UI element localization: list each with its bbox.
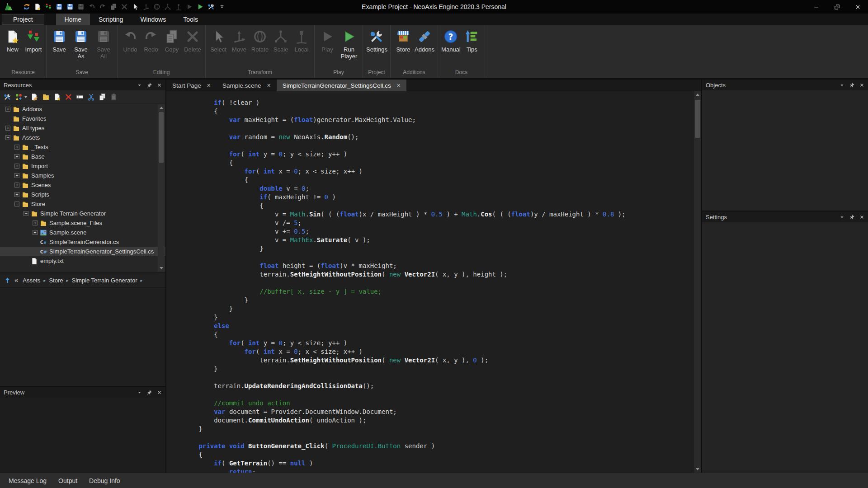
expand-icon[interactable]: +: [14, 173, 19, 178]
status-tab-output[interactable]: Output: [54, 477, 82, 484]
ribbon-button-store[interactable]: Store: [393, 28, 414, 53]
close-icon[interactable]: [156, 389, 162, 395]
ribbon-button-run-player[interactable]: Run Player: [338, 28, 360, 60]
chevron-down-icon[interactable]: [137, 389, 142, 395]
editor-scrollbar[interactable]: [694, 91, 701, 473]
maximize-button[interactable]: [826, 0, 847, 14]
resources-toolbar-edit-doc-icon[interactable]: [31, 93, 38, 101]
pin-icon[interactable]: [849, 214, 855, 220]
ribbon-button-tips[interactable]: Tips: [462, 28, 482, 53]
ribbon-button-local[interactable]: Local: [291, 28, 312, 53]
tree-item-store[interactable]: −Store: [0, 199, 165, 209]
ribbon-button-import[interactable]: Import: [23, 28, 44, 53]
quick-rotate-icon[interactable]: [152, 1, 161, 12]
expand-icon[interactable]: +: [33, 221, 38, 225]
quick-new-file-icon[interactable]: [33, 1, 42, 12]
scrollbar-thumb[interactable]: [695, 100, 700, 138]
tree-item-sample-scene[interactable]: +Sample.scene: [0, 228, 165, 237]
tree-item-tests[interactable]: +_Tests: [0, 142, 165, 152]
resources-toolbar-new-file-icon[interactable]: [53, 93, 61, 101]
quick-local-icon[interactable]: [174, 1, 183, 12]
quick-toolbar-overflow-icon[interactable]: [217, 1, 226, 12]
quick-move-icon[interactable]: [141, 1, 151, 12]
close-icon[interactable]: [859, 214, 865, 220]
ribbon-button-rotate[interactable]: Rotate: [250, 28, 270, 53]
tree-item-simpleterraingenerator-cs[interactable]: C#SimpleTerrainGenerator.cs: [0, 237, 165, 247]
up-arrow-icon[interactable]: [4, 277, 11, 284]
close-tab-icon[interactable]: ×: [397, 82, 401, 89]
quick-settings-icon[interactable]: [206, 1, 216, 12]
quick-import-icon[interactable]: [43, 1, 53, 12]
quick-save-as-icon[interactable]: [65, 1, 75, 12]
breadcrumb-item-simple-terrain-generator[interactable]: Simple Terrain Generator: [72, 277, 137, 284]
close-icon[interactable]: [156, 82, 162, 88]
ribbon-button-new[interactable]: New: [2, 28, 23, 53]
doc-tab-sample-scene[interactable]: Sample.scene ×: [217, 80, 277, 91]
expand-icon[interactable]: +: [14, 154, 19, 159]
breadcrumb-item-assets[interactable]: Assets: [23, 277, 40, 284]
ribbon-button-undo[interactable]: Undo: [120, 28, 141, 53]
breadcrumb-item-store[interactable]: Store: [49, 277, 63, 284]
quick-delete-icon[interactable]: [119, 1, 129, 12]
resources-toolbar-new-folder-icon[interactable]: [42, 93, 50, 101]
menu-tab-windows[interactable]: Windows: [132, 14, 175, 25]
quick-neoaxis-logo-icon[interactable]: [4, 1, 13, 12]
ribbon-button-move[interactable]: Move: [229, 28, 250, 53]
quick-save-icon[interactable]: [54, 1, 64, 12]
resources-toolbar-paste-icon[interactable]: [110, 93, 118, 101]
status-tab-debug-info[interactable]: Debug Info: [85, 477, 125, 484]
doc-tab-simpleterraingenerator-settingscell-cs[interactable]: SimpleTerrainGenerator_SettingsCell.cs ×: [277, 80, 406, 91]
menu-tab-scripting[interactable]: Scripting: [90, 14, 132, 25]
tree-item-samples[interactable]: +Samples: [0, 171, 165, 180]
ribbon-button-copy[interactable]: Copy: [161, 28, 182, 53]
tree-item-all-types[interactable]: +All types: [0, 123, 165, 133]
expand-icon[interactable]: +: [14, 145, 19, 150]
quick-play-icon[interactable]: [184, 1, 194, 12]
ribbon-button-play[interactable]: Play: [317, 28, 338, 53]
chevron-down-icon[interactable]: [137, 82, 142, 88]
chevron-down-icon[interactable]: [839, 82, 845, 88]
tree-item-simple-terrain-generator[interactable]: −Simple Terrain Generator: [0, 209, 165, 218]
tree-item-assets[interactable]: −Assets: [0, 133, 165, 142]
expand-icon[interactable]: +: [33, 230, 38, 235]
pin-icon[interactable]: [849, 82, 855, 88]
tree-item-addons[interactable]: +Addons: [0, 104, 165, 114]
collapse-icon[interactable]: −: [5, 135, 10, 140]
quick-copy-icon[interactable]: [108, 1, 118, 12]
scroll-up-icon[interactable]: [158, 104, 165, 111]
chevron-down-icon[interactable]: [839, 214, 845, 220]
expand-icon[interactable]: +: [14, 164, 19, 169]
doc-tab-start-page[interactable]: Start Page ×: [166, 80, 217, 91]
tree-item-favorites[interactable]: Favorites: [0, 114, 165, 123]
minimize-button[interactable]: [806, 0, 826, 14]
ribbon-button-addons[interactable]: Addons: [414, 28, 435, 53]
resources-toolbar-delete-red-icon[interactable]: [65, 93, 72, 101]
ribbon-button-save[interactable]: Save: [49, 28, 70, 53]
ribbon-button-delete[interactable]: Delete: [182, 28, 203, 53]
quick-select-icon[interactable]: [130, 1, 140, 12]
resources-toolbar-res-display-icon[interactable]: [15, 93, 23, 101]
tree-item-import[interactable]: +Import: [0, 161, 165, 171]
scroll-down-icon[interactable]: [694, 466, 701, 473]
quick-sync-icon[interactable]: [22, 1, 31, 12]
tree-scrollbar[interactable]: [158, 104, 165, 272]
tree-item-scenes[interactable]: +Scenes: [0, 180, 165, 190]
tree-item-scripts[interactable]: +Scripts: [0, 190, 165, 199]
history-back-icon[interactable]: «: [14, 276, 18, 284]
menu-tab-home[interactable]: Home: [56, 14, 90, 25]
close-button[interactable]: [847, 0, 868, 14]
scrollbar-thumb[interactable]: [159, 112, 164, 163]
close-tab-icon[interactable]: ×: [207, 82, 211, 89]
quick-scale-icon[interactable]: [163, 1, 172, 12]
resources-toolbar-settings-icon[interactable]: [4, 93, 11, 101]
menu-tab-project[interactable]: Project: [2, 14, 44, 25]
dropdown-caret-icon[interactable]: [24, 96, 27, 99]
collapse-icon[interactable]: −: [14, 202, 19, 206]
expand-icon[interactable]: +: [5, 107, 10, 112]
collapse-icon[interactable]: −: [24, 211, 28, 216]
tree-item-empty-txt[interactable]: empty.txt: [0, 256, 165, 266]
scroll-down-icon[interactable]: [158, 265, 165, 272]
quick-redo-icon[interactable]: [98, 1, 107, 12]
ribbon-button-settings[interactable]: Settings: [365, 28, 388, 53]
ribbon-button-save-all[interactable]: Save All: [92, 28, 115, 60]
